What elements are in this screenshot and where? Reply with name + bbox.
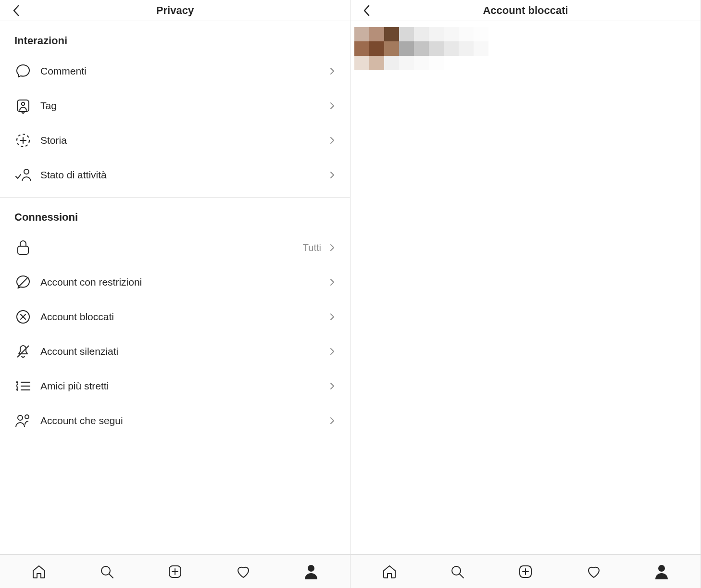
tab-add[interactable] (164, 561, 186, 583)
chevron-right-icon (328, 313, 337, 321)
blocked-content (350, 21, 701, 588)
heart-icon (235, 563, 251, 580)
section-interazioni: Interazioni Commenti (0, 21, 350, 198)
add-post-icon (518, 564, 533, 579)
row-value: Tutti (303, 242, 321, 253)
back-chevron-icon (363, 4, 371, 17)
svg-point-15 (25, 415, 29, 419)
add-post-icon (167, 564, 183, 579)
row-storia[interactable]: Storia (0, 123, 350, 158)
home-icon (31, 563, 47, 580)
tab-bar (0, 554, 350, 588)
restricted-icon (14, 274, 32, 291)
row-privacy-account[interactable]: Tutti (0, 230, 350, 265)
profile-icon (304, 564, 318, 579)
tab-home[interactable] (378, 561, 401, 583)
profile-icon (654, 564, 669, 579)
back-chevron-icon (12, 4, 21, 17)
privacy-panel: Privacy Interazioni Commenti (0, 0, 350, 588)
row-account-bloccati[interactable]: Account bloccati (0, 300, 350, 334)
chevron-right-icon (328, 382, 337, 390)
row-stato-attivita[interactable]: Stato di attività (0, 158, 350, 192)
search-icon (449, 563, 465, 580)
chevron-right-icon (328, 67, 337, 75)
back-button[interactable] (10, 4, 23, 17)
blocked-icon (14, 308, 32, 325)
row-label: Account silenziati (40, 346, 328, 357)
row-label: Stato di attività (40, 169, 328, 181)
heart-icon (586, 563, 602, 580)
row-label: Account che segui (40, 415, 328, 426)
story-icon (14, 132, 32, 149)
tab-add[interactable] (514, 561, 537, 583)
following-icon (14, 412, 32, 429)
row-account-segui[interactable]: Account che segui (0, 403, 350, 438)
tab-profile[interactable] (651, 561, 673, 583)
tab-activity[interactable] (232, 561, 254, 583)
chevron-right-icon (328, 347, 337, 356)
blocked-header: Account bloccati (350, 0, 701, 21)
privacy-header: Privacy (0, 0, 350, 21)
svg-point-19 (308, 565, 314, 572)
row-label: Account con restrizioni (40, 276, 328, 288)
page-title: Account bloccati (483, 4, 568, 17)
home-icon (381, 563, 398, 580)
back-button[interactable] (360, 4, 374, 17)
svg-point-23 (658, 565, 665, 572)
row-account-silenziati[interactable]: Account silenziati (0, 334, 350, 369)
tag-icon (14, 97, 32, 114)
page-title: Privacy (156, 4, 194, 17)
tab-activity[interactable] (583, 561, 605, 583)
chevron-right-icon (328, 416, 337, 425)
chevron-right-icon (328, 101, 337, 110)
svg-point-14 (18, 415, 23, 420)
row-amici-stretti[interactable]: Amici più stretti (0, 369, 350, 403)
privacy-content: Interazioni Commenti (0, 21, 350, 588)
comment-icon (14, 63, 32, 80)
row-account-restrizioni[interactable]: Account con restrizioni (0, 265, 350, 300)
row-label: Tag (40, 100, 328, 112)
row-commenti[interactable]: Commenti (0, 54, 350, 88)
activity-status-icon (14, 166, 32, 184)
tab-profile[interactable] (300, 561, 322, 583)
row-label: Amici più stretti (40, 380, 328, 392)
svg-point-1 (22, 102, 25, 105)
section-title-connessioni: Connessioni (0, 198, 350, 230)
tab-search[interactable] (446, 561, 468, 583)
chevron-right-icon (328, 243, 337, 252)
tab-home[interactable] (28, 561, 50, 583)
section-connessioni: Connessioni Tutti (0, 198, 350, 443)
blocked-accounts-panel: Account bloccati (350, 0, 701, 588)
search-icon (99, 563, 115, 580)
row-tag[interactable]: Tag (0, 88, 350, 123)
svg-rect-4 (18, 246, 28, 254)
svg-line-17 (109, 574, 113, 578)
svg-point-3 (24, 169, 29, 174)
close-friends-icon (14, 377, 32, 395)
lock-icon (14, 239, 32, 256)
row-label: Commenti (40, 65, 328, 77)
section-title-interazioni: Interazioni (0, 21, 350, 54)
muted-icon (14, 343, 32, 360)
blocked-user-row[interactable] (350, 21, 701, 76)
svg-line-21 (460, 574, 463, 578)
tab-bar (350, 554, 701, 588)
chevron-right-icon (328, 171, 337, 179)
tab-search[interactable] (96, 561, 118, 583)
blocked-user-avatar-and-name-blurred (354, 27, 503, 70)
row-label: Storia (40, 135, 328, 146)
chevron-right-icon (328, 136, 337, 145)
row-label: Account bloccati (40, 311, 328, 323)
svg-line-7 (17, 346, 29, 357)
chevron-right-icon (328, 278, 337, 287)
